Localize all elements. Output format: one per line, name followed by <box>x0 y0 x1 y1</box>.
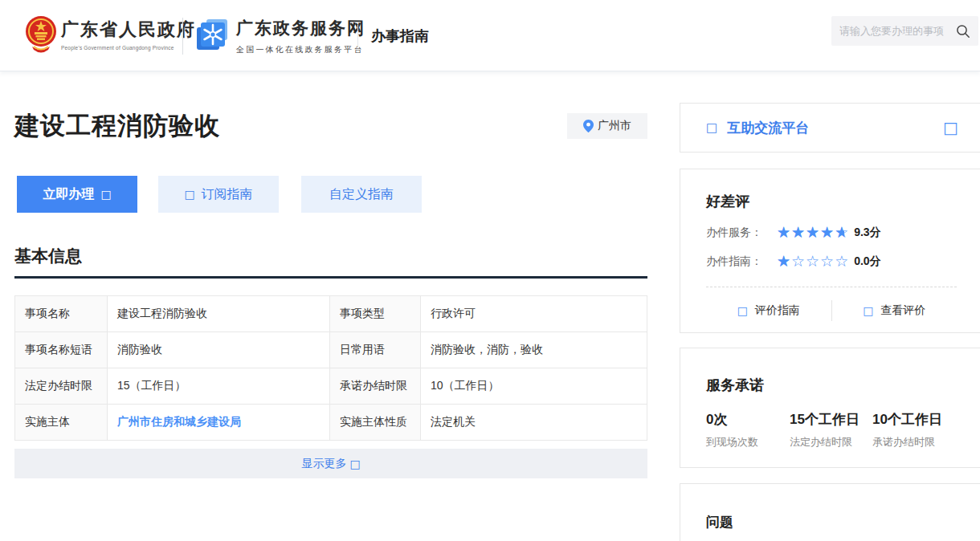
gov-name-english: People's Government of Guangdong Provinc… <box>61 45 196 51</box>
show-more-button[interactable]: 显示更多 □ <box>14 449 647 478</box>
rating-row-service: 办件服务： ☆☆☆☆☆ ★★★★★ 9.3分 <box>706 225 957 240</box>
rating-title: 好差评 <box>706 192 957 211</box>
question-card: 问题 <box>680 483 980 541</box>
apply-now-icon: □ <box>100 188 111 201</box>
stars-filled: ★★★★★ <box>777 254 791 269</box>
row-label: 实施主体性质 <box>330 405 420 440</box>
row-label: 事项类型 <box>330 296 420 332</box>
next-section-heading-sliver <box>27 537 187 540</box>
search-icon[interactable] <box>956 24 970 39</box>
basic-info-heading: 基本信息 <box>14 245 82 267</box>
row-label: 法定办结时限 <box>15 368 107 404</box>
star-rating-service: ☆☆☆☆☆ ★★★★★ <box>777 225 849 240</box>
show-more-icon: □ <box>349 458 360 470</box>
basic-info-table: 事项名称 建设工程消防验收 事项类型 行政许可 事项名称短语 消防验收 日常用语… <box>14 295 647 441</box>
action-buttons: 立即办理 □ □ 订阅指南 自定义指南 <box>17 176 422 213</box>
exchange-platform-card[interactable]: □ 互助交流平台 □ <box>680 103 980 153</box>
row-label: 日常用语 <box>330 332 420 368</box>
page-title: 建设工程消防验收 <box>14 109 220 143</box>
rating-label: 办件服务： <box>706 226 777 240</box>
search-input[interactable] <box>839 25 956 37</box>
stat-statutory-limit: 15个工作日 法定办结时限 <box>790 410 872 449</box>
stat-onsite-visits: 0次 到现场次数 <box>706 410 790 449</box>
row-value: 15（工作日） <box>107 368 330 404</box>
subscribe-icon: □ <box>184 188 194 201</box>
stat-label: 法定办结时限 <box>790 435 872 449</box>
stat-label: 到现场次数 <box>706 435 790 449</box>
row-value: 消防验收 <box>107 332 330 368</box>
row-value: 10（工作日） <box>420 368 647 404</box>
show-more-label: 显示更多 <box>301 457 346 471</box>
question-title: 问题 <box>706 513 980 531</box>
service-promise-card: 服务承诺 0次 到现场次数 15个工作日 法定办结时限 10个工作日 承诺办结时… <box>680 348 980 468</box>
site-header: 广东省人民政府 People's Government of Guangdong… <box>0 0 980 71</box>
gov-name: 广东省人民政府 <box>61 18 196 42</box>
nav-title: 办事指南 <box>371 26 429 46</box>
row-label: 事项名称短语 <box>15 332 107 368</box>
service-promise-stats: 0次 到现场次数 15个工作日 法定办结时限 10个工作日 承诺办结时限 <box>706 410 965 449</box>
stat-label: 承诺办结时限 <box>872 435 942 449</box>
rating-links: □ 评价指南 □ 查看评价 <box>706 299 957 323</box>
rating-row-guide: 办件指南： ☆☆☆☆☆ ★★★★★ 0.0分 <box>706 254 957 269</box>
table-row: 实施主体 广州市住房和城乡建设局 实施主体性质 法定机关 <box>15 405 647 441</box>
exchange-toggle-icon[interactable]: □ <box>943 118 958 137</box>
portal-subtitle: 全国一体化在线政务服务平台 <box>236 44 365 55</box>
star-rating-guide: ☆☆☆☆☆ ★★★★★ <box>777 254 849 269</box>
stat-value: 15个工作日 <box>790 410 872 429</box>
basic-info-underline <box>14 276 647 279</box>
table-row: 事项名称短语 消防验收 日常用语 消防验收，消防，验收 <box>15 332 647 368</box>
exchange-platform-title: 互助交流平台 <box>727 119 943 137</box>
portal-logo-text: 广东政务服务网 全国一体化在线政务服务平台 <box>236 17 365 55</box>
row-value: 行政许可 <box>420 296 647 332</box>
view-ratings-link[interactable]: □ 查看评价 <box>832 299 958 323</box>
search-box[interactable] <box>831 16 978 46</box>
row-label: 实施主体 <box>15 405 107 440</box>
location-pin-icon <box>583 120 594 132</box>
subscribe-label: 订阅指南 <box>202 186 253 203</box>
stars-filled: ★★★★★ <box>777 225 844 240</box>
custom-guide-label: 自定义指南 <box>329 186 394 203</box>
subscribe-guide-button[interactable]: □ 订阅指南 <box>158 176 279 213</box>
row-label: 事项名称 <box>15 296 107 332</box>
rating-guide-icon: □ <box>737 304 748 317</box>
service-promise-title: 服务承诺 <box>706 376 965 395</box>
header-divider <box>182 18 183 55</box>
table-row: 事项名称 建设工程消防验收 事项类型 行政许可 <box>15 296 647 332</box>
exchange-platform-icon: □ <box>706 120 717 135</box>
rating-card: 好差评 办件服务： ☆☆☆☆☆ ★★★★★ 9.3分 办件指南： ☆☆☆☆☆ ★… <box>680 169 980 333</box>
implementing-agency-link[interactable]: 广州市住房和城乡建设局 <box>117 415 241 429</box>
rating-guide-label: 评价指南 <box>755 303 800 318</box>
gov-logo-text: 广东省人民政府 People's Government of Guangdong… <box>61 18 196 51</box>
stat-value: 10个工作日 <box>872 410 942 429</box>
location-label: 广州市 <box>598 119 631 133</box>
national-emblem-icon <box>24 14 58 55</box>
gdzwfw-logo-icon <box>195 18 229 51</box>
row-value: 建设工程消防验收 <box>107 296 330 332</box>
apply-now-label: 立即办理 <box>43 186 94 203</box>
row-value: 消防验收，消防，验收 <box>420 332 647 368</box>
rating-score: 9.3分 <box>854 226 880 240</box>
portal-name: 广东政务服务网 <box>236 17 365 39</box>
location-badge[interactable]: 广州市 <box>567 113 647 139</box>
table-row: 法定办结时限 15（工作日） 承诺办结时限 10（工作日） <box>15 368 647 405</box>
rating-score: 0.0分 <box>854 254 880 269</box>
view-ratings-icon: □ <box>863 304 873 317</box>
stat-promised-limit: 10个工作日 承诺办结时限 <box>872 410 942 449</box>
rating-label: 办件指南： <box>706 254 777 269</box>
row-value: 法定机关 <box>420 405 647 440</box>
rating-guide-link[interactable]: □ 评价指南 <box>706 299 831 323</box>
custom-guide-button[interactable]: 自定义指南 <box>301 176 422 213</box>
stat-value: 0次 <box>706 410 790 429</box>
view-ratings-label: 查看评价 <box>880 303 925 318</box>
apply-now-button[interactable]: 立即办理 □ <box>17 176 137 213</box>
dashed-divider <box>706 287 957 287</box>
row-label: 承诺办结时限 <box>330 368 420 404</box>
header-divider-2 <box>357 25 358 47</box>
